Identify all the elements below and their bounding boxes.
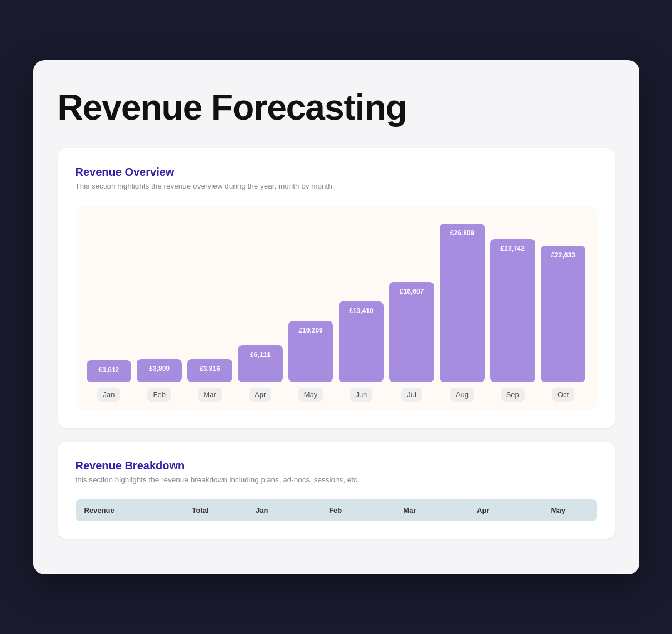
bar-value-label: £3,816 [200, 365, 220, 373]
bar-value-label: £3,809 [149, 365, 170, 373]
bar-month-label: Feb [147, 388, 171, 402]
revenue-overview-card: Revenue Overview This section highlights… [58, 148, 615, 428]
bar-apr: £6,111 [238, 345, 283, 382]
revenue-breakdown-card: Revenue Breakdown this section highlight… [58, 442, 615, 539]
bar-value-label: £3,612 [99, 366, 120, 374]
bar-group-aug: £26,809Aug [440, 224, 485, 402]
breakdown-section-title: Revenue Breakdown [76, 459, 597, 472]
bar-group-jun: £13,410Jun [339, 224, 384, 402]
breakdown-col-feb: Feb [298, 499, 372, 521]
bar-jan: £3,612 [87, 360, 132, 382]
bar-group-jul: £16,607Jul [389, 224, 434, 402]
bar-value-label: £22,633 [551, 251, 575, 259]
bar-oct: £22,633 [541, 246, 586, 382]
bar-jul: £16,607 [389, 282, 434, 382]
bar-group-oct: £22,633Oct [541, 224, 586, 402]
bar-group-apr: £6,111Apr [238, 224, 283, 402]
bar-feb: £3,809 [137, 359, 182, 382]
bar-month-label: Jul [401, 388, 422, 402]
bar-mar: £3,816 [187, 359, 232, 382]
bar-group-feb: £3,809Feb [137, 224, 182, 402]
bar-group-sep: £23,742Sep [490, 224, 535, 402]
bar-value-label: £13,410 [349, 307, 373, 315]
bar-month-label: Jan [97, 388, 120, 402]
bar-value-label: £10,209 [298, 326, 322, 334]
bars-container: £3,612Jan£3,809Feb£3,816Mar£6,111Apr£10,… [87, 224, 586, 402]
page-container: Revenue Forecasting Revenue Overview Thi… [33, 60, 639, 574]
breakdown-col-may: May [520, 499, 597, 521]
bar-group-jan: £3,612Jan [87, 224, 132, 402]
breakdown-col-apr: Apr [447, 499, 520, 521]
bar-value-label: £6,111 [250, 351, 271, 359]
bar-month-label: Oct [552, 388, 574, 402]
bar-value-label: £23,742 [501, 245, 525, 252]
breakdown-col-jan: Jan [226, 499, 299, 521]
bar-aug: £26,809 [440, 224, 485, 382]
bar-value-label: £16,607 [400, 288, 424, 295]
breakdown-col-total: Total [176, 499, 226, 521]
bar-month-label: Mar [198, 388, 221, 402]
breakdown-section-desc: this section highlights the revenue brea… [76, 475, 597, 484]
overview-section-title: Revenue Overview [76, 166, 597, 179]
breakdown-col-revenue: Revenue [76, 499, 176, 521]
bar-may: £10,209 [288, 321, 333, 382]
page-title: Revenue Forecasting [58, 87, 615, 128]
breakdown-col-mar: Mar [372, 499, 446, 521]
bar-month-label: Sep [501, 388, 525, 402]
chart-area: £3,612Jan£3,809Feb£3,816Mar£6,111Apr£10,… [76, 206, 597, 410]
overview-section-desc: This section highlights the revenue over… [76, 182, 597, 190]
bar-month-label: Apr [249, 388, 271, 402]
bar-group-mar: £3,816Mar [187, 224, 232, 402]
bar-jun: £13,410 [339, 301, 384, 382]
bar-month-label: Jun [350, 388, 372, 402]
bar-month-label: May [298, 388, 323, 402]
bar-sep: £23,742 [490, 239, 535, 382]
bar-value-label: £26,809 [450, 229, 474, 237]
breakdown-table: RevenueTotalJanFebMarAprMay [76, 499, 597, 521]
bar-group-may: £10,209May [288, 224, 333, 402]
bar-month-label: Aug [450, 388, 474, 402]
